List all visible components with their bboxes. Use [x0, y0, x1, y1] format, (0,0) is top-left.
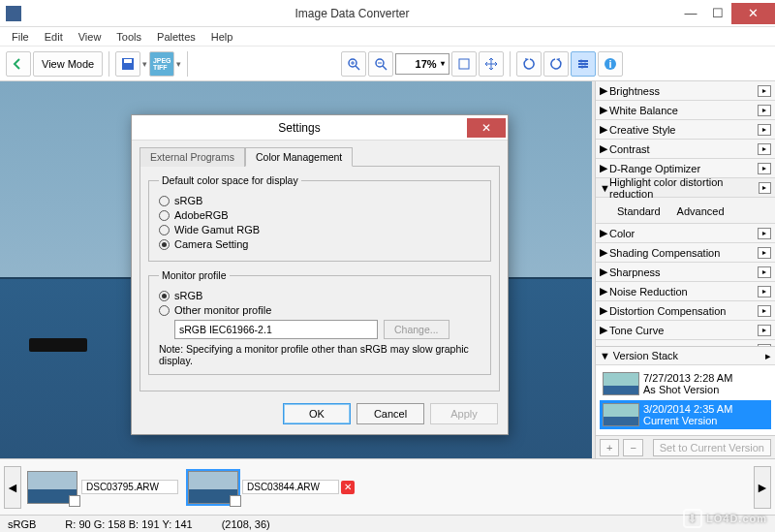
- svg-text:i: i: [608, 58, 611, 70]
- panel-distortion[interactable]: ▶Distortion Compensation▸: [596, 301, 775, 321]
- back-button[interactable]: [6, 51, 31, 77]
- dialog-tabs: External Programs Color Management: [132, 141, 508, 166]
- radio-srgb[interactable]: sRGB: [159, 195, 480, 206]
- move-button[interactable]: [479, 51, 504, 77]
- view-mode-button[interactable]: View Mode: [33, 51, 103, 77]
- status-colorspace: sRGB: [8, 518, 36, 530]
- menu-palettes[interactable]: Palettes: [149, 29, 203, 45]
- group-default-color-space: Default color space for display sRGB Ado…: [148, 174, 491, 262]
- zoom-out-button[interactable]: [368, 51, 393, 77]
- tab-external-programs[interactable]: External Programs: [140, 147, 245, 167]
- radio-wide-gamut[interactable]: Wide Gamut RGB: [159, 224, 480, 235]
- panel-noise[interactable]: ▶Noise Reduction▸: [596, 282, 775, 301]
- radio-advanced[interactable]: Advanced: [673, 205, 725, 217]
- radio-mp-srgb[interactable]: sRGB: [159, 290, 480, 301]
- settings-dialog: Settings ✕ External Programs Color Manag…: [131, 114, 509, 435]
- radio-icon: [159, 291, 170, 301]
- monitor-profile-note: Note: Specifying a monitor profile other…: [159, 343, 480, 366]
- panel-sharpness[interactable]: ▶Sharpness▸: [596, 263, 775, 282]
- filmstrip-label: DSC03795.ARW: [81, 480, 178, 494]
- remove-icon[interactable]: ✕: [341, 481, 355, 494]
- monitor-profile-input[interactable]: [174, 320, 378, 339]
- save-button[interactable]: [115, 51, 140, 77]
- panel-tone-curve[interactable]: ▶Tone Curve▸: [596, 321, 775, 340]
- version-stack-body: 7/27/2013 2:28 AMAs Shot Version 3/20/20…: [596, 365, 775, 435]
- rotate-left-button[interactable]: [516, 51, 542, 77]
- menu-tools[interactable]: Tools: [108, 29, 149, 45]
- dialog-title-bar[interactable]: Settings ✕: [132, 115, 508, 141]
- dialog-close-button[interactable]: ✕: [467, 118, 506, 138]
- status-bar: sRGB R: 90 G: 158 B: 191 Y: 141 (2108, 3…: [0, 515, 775, 532]
- title-bar: Image Data Converter — ☐ ✕: [0, 0, 775, 27]
- version-item-selected[interactable]: 3/20/2014 2:35 AMCurrent Version: [600, 400, 771, 429]
- svg-line-7: [383, 66, 387, 70]
- filmstrip-label: DSC03844.ARW: [242, 480, 339, 494]
- group-legend: Default color space for display: [159, 174, 301, 186]
- rotate-right-button[interactable]: [543, 51, 569, 77]
- cancel-button[interactable]: Cancel: [356, 403, 424, 424]
- minimize-button[interactable]: —: [677, 3, 704, 24]
- menu-file[interactable]: File: [4, 29, 37, 45]
- dialog-tab-panel: Default color space for display sRGB Ado…: [140, 166, 500, 391]
- menu-view[interactable]: View: [71, 29, 109, 45]
- svg-point-13: [579, 59, 582, 62]
- svg-point-14: [583, 62, 586, 65]
- version-stack-footer: + − Set to Current Version: [596, 435, 775, 458]
- version-stack-header[interactable]: ▼ Version Stack▸: [596, 346, 775, 365]
- app-icon: [6, 6, 21, 21]
- crop-button[interactable]: [451, 51, 477, 77]
- version-thumb: [603, 403, 639, 426]
- panel-color[interactable]: ▶Color▸: [596, 224, 775, 243]
- version-thumb: [603, 372, 639, 395]
- panel-white-balance[interactable]: ▶White Balance▸: [596, 101, 775, 120]
- menu-edit[interactable]: Edit: [37, 29, 71, 45]
- panel-highlight-body: Standard Advanced: [596, 198, 775, 224]
- radio-icon: [159, 225, 170, 235]
- radio-icon: [159, 239, 170, 250]
- filmstrip-prev-button[interactable]: ◄: [4, 466, 21, 509]
- panel-shading[interactable]: ▶Shading Compensation▸: [596, 243, 775, 263]
- apply-button[interactable]: Apply: [430, 403, 498, 424]
- zoom-level-input[interactable]: 17%▾: [395, 53, 450, 75]
- dialog-title: Settings: [132, 121, 467, 135]
- group-monitor-profile: Monitor profile sRGB Other monitor profi…: [148, 269, 491, 375]
- menu-help[interactable]: Help: [203, 29, 241, 45]
- window-title: Image Data Converter: [27, 7, 677, 20]
- radio-adobergb[interactable]: AdobeRGB: [159, 209, 480, 221]
- toolbar: View Mode ▾ JPEGTIFF ▾ 17%▾ i: [0, 47, 775, 81]
- radio-mp-other[interactable]: Other monitor profile: [159, 304, 480, 316]
- ok-button[interactable]: OK: [283, 403, 351, 424]
- close-button[interactable]: ✕: [731, 3, 775, 24]
- zoom-value: 17%: [416, 58, 437, 70]
- filmstrip-item[interactable]: DSC03795.ARW: [27, 471, 178, 504]
- version-del-button[interactable]: −: [623, 439, 642, 456]
- adjustments-panel: ▶Brightness▸ ▶White Balance▸ ▶Creative S…: [595, 81, 775, 458]
- menu-bar: File Edit View Tools Palettes Help: [0, 27, 775, 47]
- maximize-button[interactable]: ☐: [704, 3, 731, 24]
- tab-color-management[interactable]: Color Management: [245, 147, 353, 167]
- radio-camera-setting[interactable]: Camera Setting: [159, 238, 480, 250]
- panel-menu-icon[interactable]: ▸: [758, 85, 771, 97]
- svg-rect-9: [459, 59, 469, 69]
- settings-toggle-button[interactable]: [571, 51, 596, 77]
- svg-line-3: [356, 66, 359, 70]
- version-item[interactable]: 7/27/2013 2:28 AMAs Shot Version: [600, 369, 771, 398]
- change-button[interactable]: Change...: [384, 320, 450, 339]
- status-position: (2108, 36): [222, 518, 270, 530]
- radio-icon: [159, 210, 170, 221]
- zoom-in-button[interactable]: [341, 51, 366, 77]
- version-set-current-button[interactable]: Set to Current Version: [653, 439, 771, 456]
- filmstrip-item-selected[interactable]: DSC03844.ARW ✕: [188, 471, 355, 504]
- image-boat: [29, 338, 87, 352]
- info-button[interactable]: i: [598, 51, 623, 77]
- panel-creative-style[interactable]: ▶Creative Style▸: [596, 120, 775, 140]
- radio-standard[interactable]: Standard: [613, 205, 661, 217]
- filmstrip-next-button[interactable]: ►: [754, 466, 771, 509]
- version-add-button[interactable]: +: [600, 439, 619, 456]
- panel-brightness[interactable]: ▶Brightness▸: [596, 81, 775, 101]
- filmstrip: ◄ DSC03795.ARW DSC03844.ARW ✕ ►: [0, 458, 775, 515]
- panel-contrast[interactable]: ▶Contrast▸: [596, 140, 775, 159]
- panel-highlight-distortion[interactable]: ▼Highlight color distortion reduction▸: [596, 178, 775, 198]
- radio-icon: [159, 305, 170, 316]
- jpeg-tiff-button[interactable]: JPEGTIFF: [149, 51, 174, 77]
